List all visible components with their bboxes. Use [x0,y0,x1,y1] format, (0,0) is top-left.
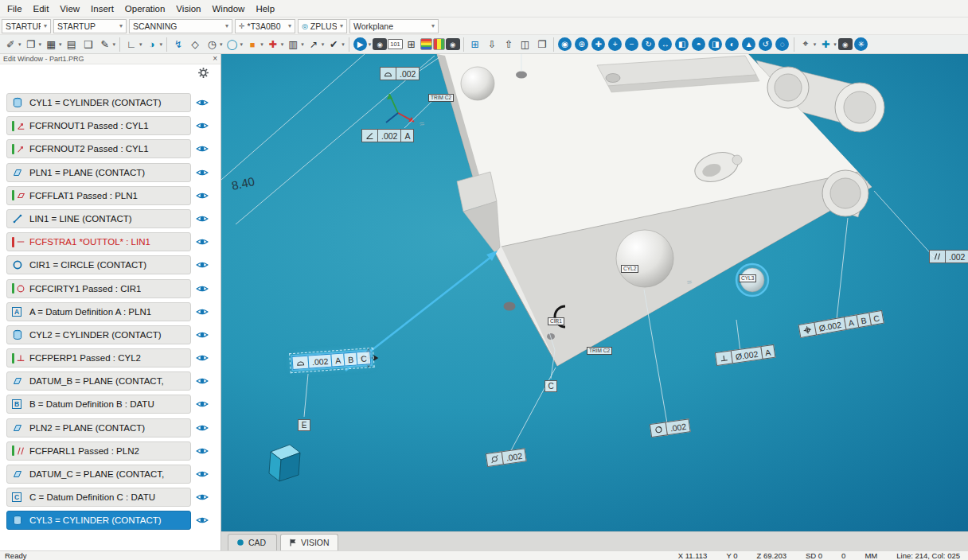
reset-view-icon[interactable]: ↺ [759,37,772,51]
view-right-icon[interactable]: ◨ [708,37,722,51]
snapshot-icon[interactable]: ◉ [373,38,387,50]
zoom-out-icon[interactable]: − [625,37,638,51]
probe-utilities-icon[interactable]: ▦ [43,37,59,52]
feature-label-cyl3[interactable]: CYL3 [739,274,756,282]
visibility-eye-icon[interactable] [196,98,210,107]
menu-operation[interactable]: Operation [119,2,171,15]
dropdown-workplane[interactable]: Workplane▾ [349,19,439,33]
chevron-down-icon[interactable]: ▾ [59,41,62,48]
chevron-down-icon[interactable]: ▾ [39,41,42,48]
view-iso-icon[interactable]: ▲ [742,37,755,51]
report-chart-icon[interactable]: ▥ [285,37,301,52]
menu-help[interactable]: Help [250,2,280,15]
execute-icon[interactable]: ▶ [353,37,367,51]
globe-view-icon[interactable]: ⊕ [575,37,588,51]
visibility-eye-icon[interactable] [196,399,210,409]
tree-item-datum_c[interactable]: DATUM_C = PLANE (CONTACT, [6,465,191,484]
chevron-down-icon[interactable]: ▾ [220,41,223,48]
dropdown-startup[interactable]: STARTUP▾ [53,19,127,33]
tree-item-cyl2[interactable]: CYL2 = CYLINDER (CONTACT) [6,325,191,344]
menu-insert[interactable]: Insert [85,2,119,15]
visibility-eye-icon[interactable] [196,330,210,340]
visibility-eye-icon[interactable] [196,469,210,479]
gear-icon[interactable] [197,67,210,80]
tab-vision[interactable]: VISION [280,534,338,550]
visibility-eye-icon[interactable] [196,284,210,294]
view-front-icon[interactable]: ◧ [675,37,689,51]
visibility-eye-icon[interactable] [196,214,210,224]
dropdown-t3a0b0[interactable]: ✛*T3A0B0▾ [235,19,295,33]
visibility-eye-icon[interactable] [196,168,210,177]
visibility-eye-icon[interactable] [196,492,210,502]
target-feature-icon[interactable]: ✚ [265,37,281,52]
visibility-eye-icon[interactable] [196,446,210,456]
view-section-icon[interactable]: ◐ [725,37,739,51]
visibility-eye-icon[interactable] [196,144,210,154]
menu-vision[interactable]: Vision [170,2,206,15]
zoom-in-icon[interactable]: + [608,37,622,51]
probe-qualification-icon[interactable]: ⌖ [798,37,814,52]
tree-item-fcfperp1[interactable]: FCFPERP1 Passed : CYL2 [6,348,191,368]
menu-view[interactable]: View [54,2,85,15]
confirm-check-icon[interactable]: ✔ [326,37,342,52]
chevron-down-icon[interactable]: ▾ [139,41,142,48]
chevron-down-icon[interactable]: ▾ [160,41,163,48]
export-data-icon[interactable]: ⇧ [501,37,517,52]
pan-view-icon[interactable]: ↔ [658,37,672,51]
tree-item-fcfrnout1[interactable]: FCFRNOUT1 Passed : CYL1 [6,116,191,135]
tree-item-a[interactable]: AA = Datum Definition A : PLN1 [6,302,191,321]
wireframe-view-icon[interactable]: ◌ [775,37,789,51]
dropdown-zplus[interactable]: ◎ZPLUS▾ [298,19,347,33]
chevron-down-icon[interactable]: ▾ [342,41,345,48]
cascade-windows-icon[interactable]: ❐ [534,37,550,52]
visibility-eye-icon[interactable] [196,191,210,200]
tab-cad[interactable]: CAD [228,534,277,550]
capture-image-icon[interactable]: ◉ [446,38,460,50]
datum-flag-e[interactable]: E [298,419,310,431]
chevron-down-icon[interactable]: ▾ [260,41,263,48]
tree-item-fcfparl1[interactable]: FCFPARL1 Passed : PLN2 [6,441,191,461]
tree-item-fcfflat1[interactable]: FCFFLAT1 Passed : PLN1 [6,186,191,205]
rotate-view-icon[interactable]: ↻ [642,37,655,51]
settings-icon[interactable]: ✳ [854,37,868,51]
feature-label-cir1[interactable]: CIR1 [548,317,564,325]
chevron-down-icon[interactable]: ▾ [301,41,304,48]
view-sphere-icon[interactable]: ◉ [558,37,572,51]
view-top-icon[interactable]: ◓ [692,37,705,51]
path-edit-icon[interactable]: ✎ [97,37,113,52]
chevron-down-icon[interactable]: ▾ [240,41,244,48]
chevron-down-icon[interactable]: ▾ [833,41,837,48]
tree-item-lin1[interactable]: LIN1 = LINE (CONTACT) [6,209,191,228]
visibility-eye-icon[interactable] [196,307,210,317]
chevron-down-icon[interactable]: ▾ [113,41,116,48]
vision-measure-icon[interactable]: ↯ [170,37,186,52]
visibility-eye-icon[interactable] [196,260,210,270]
visibility-eye-icon[interactable] [196,515,210,525]
dimension-info-icon[interactable]: 101 [388,39,403,49]
close-icon[interactable]: × [213,55,217,63]
tree-item-fcfcirty1[interactable]: FCFCIRTY1 Passed : CIR1 [6,279,191,298]
tree-item-c[interactable]: CC = Datum Definition C : DATU [6,488,191,507]
grid-plus-icon[interactable]: ⊞ [467,37,483,52]
tile-windows-icon[interactable]: ◫ [517,37,533,52]
visibility-eye-icon[interactable] [196,376,210,386]
dropdown-scanning[interactable]: SCANNING▾ [129,19,232,33]
tree-item-pln1[interactable]: PLN1 = PLANE (CONTACT) [6,163,191,182]
protractor-icon[interactable]: ◷ [204,37,220,52]
feature-label-cyl2[interactable]: CYL2 [621,265,638,273]
tree-item-b[interactable]: BB = Datum Definition B : DATU [6,395,191,414]
capture-display-icon[interactable]: ◉ [838,38,853,50]
probe-tool-icon[interactable]: ✐ [2,37,18,52]
grid-display-icon[interactable]: ▤ [64,37,80,52]
feature-label-trim-c2[interactable]: TRIM C2 [428,94,454,102]
menu-edit[interactable]: Edit [28,2,55,15]
angularity-callout[interactable]: .002A [362,129,414,142]
chevron-down-icon[interactable]: ▾ [322,41,325,48]
tree-item-fcfrnout2[interactable]: FCFRNOUT2 Passed : CYL1 [6,139,191,158]
vector-tool-icon[interactable]: ↗ [306,37,322,52]
zoom-fit-icon[interactable]: ✚ [591,37,605,51]
parallelism-callout[interactable]: .002 [930,250,968,263]
auto-feature-icon[interactable]: ■ [244,37,260,52]
level-tool-icon[interactable]: ◑ [144,37,160,52]
visibility-eye-icon[interactable] [196,353,210,363]
